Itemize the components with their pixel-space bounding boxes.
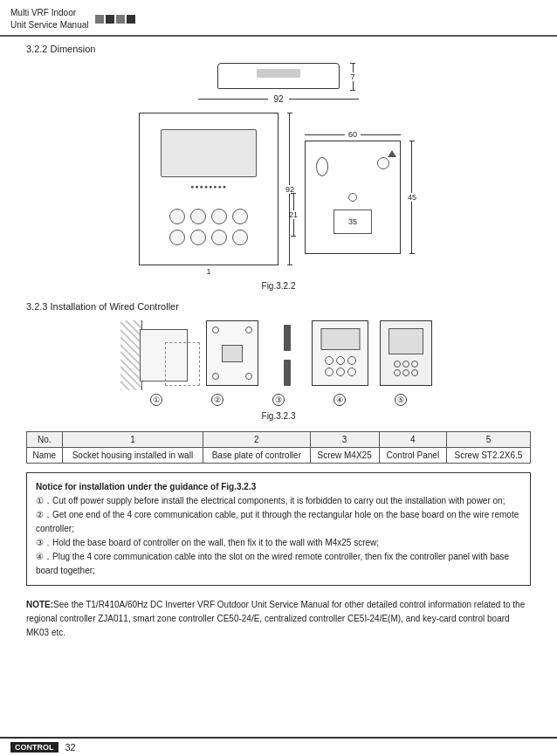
dim-92-right-label: 92 <box>285 185 294 194</box>
step5-assembled <box>380 320 437 390</box>
notice-box: Notice for installation under the guidan… <box>26 472 531 586</box>
assembled-screen <box>389 328 423 354</box>
a-btn-3 <box>411 361 418 368</box>
logo-square-2 <box>106 15 114 24</box>
header-line2: Unit Service Manual <box>10 19 88 31</box>
dim-bottom-1: 1 <box>139 267 278 276</box>
logo-square-4 <box>127 15 135 24</box>
logo-square-3 <box>116 15 125 24</box>
screw-tr <box>245 326 252 333</box>
table-cell-2: Base plate of controller <box>203 448 310 464</box>
note-text: See the T1/R410A/60Hz DC Inverter VRF Ou… <box>26 600 525 637</box>
table-cell-3: Screw M4X25 <box>310 448 379 464</box>
dim-60-top: 60 <box>305 130 401 139</box>
dim-92-label: 92 <box>273 94 283 104</box>
cf-btn-5 <box>336 368 345 376</box>
page-header: Multi VRF Indoor Unit Service Manual <box>0 0 557 37</box>
notice-item-3: ③．Hold the base board of controller on t… <box>36 538 379 547</box>
section-323-title: 3.2.3 Installation of Wired Controller <box>26 301 531 312</box>
diagrams-row: ●●●●●●●● <box>139 113 418 276</box>
table-header-5: 5 <box>447 432 531 448</box>
step2-base <box>206 320 263 390</box>
dim-60-label: 60 <box>348 130 357 139</box>
ctrl-front-box <box>312 320 368 386</box>
panel-rect-label: 35 <box>348 217 357 226</box>
header-logo <box>95 15 135 24</box>
page-footer: CONTROL 32 <box>0 737 557 756</box>
ctrl-btn-8 <box>232 230 248 245</box>
screw-v2 <box>284 360 291 386</box>
panel-oval <box>316 157 328 176</box>
right-panel-diagram: 60 35 <box>305 130 401 254</box>
footer-control-label: CONTROL <box>10 742 58 753</box>
ctrl-front-screen <box>320 328 360 350</box>
table-cell-4: Control Panel <box>379 448 446 464</box>
header-line1: Multi VRF Indoor <box>10 7 88 19</box>
a-btn-1 <box>394 361 401 368</box>
logo-square-1 <box>95 15 104 24</box>
screw-tl <box>212 326 219 333</box>
base-box <box>206 320 258 386</box>
dim-45-right: 45 <box>408 141 416 254</box>
notice-item-1: ①．Cut off power supply before install th… <box>36 496 505 505</box>
cf-btn-6 <box>347 368 356 376</box>
ctrl-btn-2 <box>190 209 206 224</box>
dim-21-left: 21 <box>289 193 298 237</box>
step-num-2: ② <box>211 394 223 406</box>
ctrl-btn-5 <box>169 230 185 245</box>
step3-screws <box>270 320 305 390</box>
ctrl-btn-4 <box>232 209 248 224</box>
step-num-5: ⑤ <box>395 394 407 406</box>
a-btn-5 <box>402 369 409 376</box>
left-controller-diagram: ●●●●●●●● <box>139 113 278 276</box>
controller-buttons <box>169 209 248 245</box>
cf-btn-4 <box>325 368 334 376</box>
table-header-no: No. <box>27 432 63 448</box>
ctrl-front-buttons <box>325 356 356 376</box>
header-text: Multi VRF Indoor Unit Service Manual <box>10 7 88 31</box>
install-diagram <box>26 320 531 390</box>
controller-brand: ●●●●●●●● <box>190 183 227 189</box>
cf-btn-3 <box>347 356 356 365</box>
dim-92-top: 92 <box>139 94 418 104</box>
table-cell-1: Socket housing installed in wall <box>62 448 203 464</box>
table-header-1: 1 <box>62 432 203 448</box>
main-content: 3.2.2 Dimension 7 92 <box>0 37 557 701</box>
controller-box: ●●●●●●●● <box>139 113 278 265</box>
a-btn-2 <box>402 361 409 368</box>
dim-7-label: 7 <box>350 72 354 81</box>
dim-92-right: 92 <box>285 113 294 265</box>
screw-br <box>245 373 252 380</box>
assembled-btns <box>394 361 418 376</box>
panel-rect: 35 <box>334 210 372 234</box>
a-btn-4 <box>394 369 401 376</box>
dim-bottom-1-label: 1 <box>206 267 210 276</box>
controller-screen <box>161 129 257 177</box>
table-cell-name-label: Name <box>27 448 63 464</box>
notice-item-4: ④．Plug the 4 core communication cable in… <box>36 552 509 575</box>
table-header-2: 2 <box>203 432 310 448</box>
notice-title: Notice for installation under the guidan… <box>36 482 256 491</box>
a-btn-6 <box>411 369 418 376</box>
table-header-4: 4 <box>379 432 446 448</box>
note-label: NOTE: <box>26 600 53 609</box>
fig-323-label: Fig.3.2.3 <box>26 411 531 421</box>
fig-322-label: Fig.3.2.2 <box>26 281 531 291</box>
ctrl-btn-1 <box>169 209 185 224</box>
step4-panel <box>312 320 373 390</box>
wall-plate <box>140 329 188 381</box>
small-controller-sketch <box>217 63 340 89</box>
notice-item-2: ②．Get one end of the 4 core communicatio… <box>36 510 519 533</box>
step-num-3: ③ <box>272 394 285 406</box>
cf-btn-2 <box>336 356 345 365</box>
step-num-4: ④ <box>334 394 346 406</box>
wall-plate-inner <box>165 342 200 386</box>
footer-page-number: 32 <box>65 742 76 753</box>
ctrl-btn-7 <box>211 230 227 245</box>
panel-outer: 35 45 <box>305 141 401 254</box>
ctrl-btn-6 <box>190 230 206 245</box>
table-cell-5: Screw ST2.2X6.5 <box>447 448 531 464</box>
step-num-1: ① <box>150 394 162 406</box>
screw-bl <box>212 373 219 380</box>
dim-21-label: 21 <box>289 210 298 219</box>
